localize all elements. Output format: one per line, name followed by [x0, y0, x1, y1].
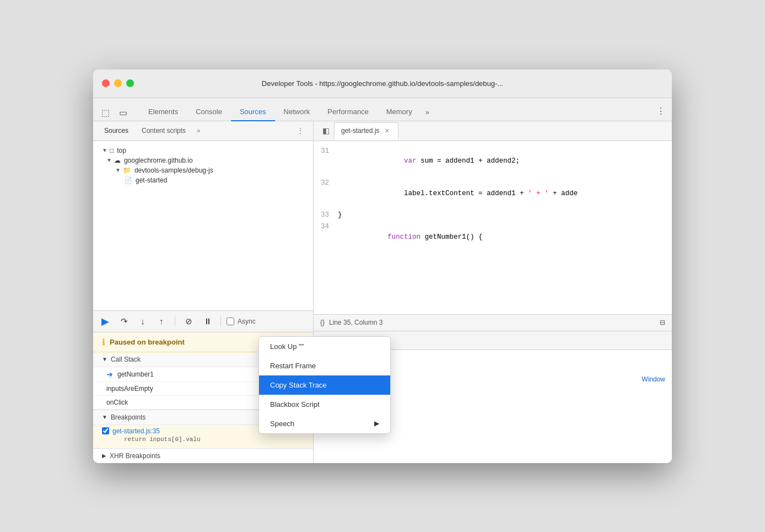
step-into-button[interactable]: ↓	[135, 314, 150, 329]
code-area: 31 var sum = addend1 + addend2; 32 label…	[314, 141, 672, 314]
async-label: Async	[238, 318, 256, 325]
subfolder-icon: 📁	[123, 166, 131, 174]
deactivate-button[interactable]: ⊘	[181, 314, 196, 329]
tree-label-file: get-started	[136, 176, 167, 184]
line-code-32[interactable]: label.textContent = addend1 + ' + ' + ad…	[338, 178, 672, 209]
code-line-34: 34 function getNumber1() {	[314, 221, 672, 253]
ctx-item-copy-stack[interactable]: Copy Stack Trace	[259, 375, 390, 395]
tree-item-top[interactable]: ▼ □ top	[93, 146, 313, 155]
device-icon[interactable]: ▭	[115, 105, 131, 121]
ctx-arrow-speech: ▶	[374, 420, 379, 427]
ctx-label-speech: Speech	[270, 420, 294, 428]
step-over-button[interactable]: ↷	[116, 314, 132, 329]
breakpoint-checkbox-0[interactable]	[102, 427, 109, 434]
tab-network[interactable]: Network	[275, 103, 319, 121]
tab-memory[interactable]: Memory	[378, 103, 421, 121]
line-num-34: 34	[314, 222, 338, 252]
ctx-item-lookup[interactable]: Look Up ""	[259, 337, 390, 356]
cloud-icon: ☁	[114, 157, 121, 164]
ctx-label-blackbox: Blackbox Script	[270, 400, 320, 409]
file-tab-bar: ◧ get-started.js ×	[314, 121, 672, 141]
status-position: Line 35, Column 3	[329, 319, 382, 326]
close-button[interactable]	[102, 79, 110, 87]
xhr-section: ▶ XHR Breakpoints	[93, 448, 313, 463]
current-frame-icon: ➜	[106, 370, 113, 379]
pause-text: Paused on breakpoint	[110, 338, 185, 346]
line-num-33: 33	[314, 210, 338, 221]
file-tab-close-button[interactable]: ×	[382, 126, 391, 135]
keyword-function: function	[387, 233, 421, 241]
tree-item-file[interactable]: 📄 get-started	[93, 175, 313, 185]
debug-separator-2	[220, 316, 221, 327]
tab-performance[interactable]: Performance	[319, 103, 377, 121]
collapse-panel-icon[interactable]: ◧	[318, 124, 334, 137]
tab-console[interactable]: Console	[187, 103, 231, 121]
status-bar: {} Line 35, Column 3 ⊟	[314, 314, 672, 331]
line-code-33[interactable]: }	[338, 210, 672, 221]
async-checkbox[interactable]	[227, 318, 234, 325]
ctx-item-speech[interactable]: Speech ▶	[259, 414, 390, 433]
tab-sources[interactable]: Sources	[231, 103, 275, 121]
ctx-label-copy-stack: Copy Stack Trace	[270, 381, 327, 389]
devtools-window: Developer Tools - https://googlechrome.g…	[93, 69, 672, 463]
global-value: Window	[642, 375, 665, 383]
code-line-32: 32 label.textContent = addend1 + ' + ' +…	[314, 178, 672, 209]
xhr-arrow: ▶	[102, 453, 106, 459]
ctx-label-lookup: Look Up ""	[270, 342, 304, 351]
ctx-item-blackbox[interactable]: Blackbox Script	[259, 395, 390, 414]
tab-elements[interactable]: Elements	[139, 103, 187, 121]
tree-item-domain[interactable]: ▼ ☁ googlechrome.github.io	[93, 155, 313, 165]
toolbar-icons: ⬚ ▭	[98, 105, 139, 121]
file-tab-get-started[interactable]: get-started.js ×	[334, 122, 398, 139]
ctx-item-restart[interactable]: Restart Frame	[259, 356, 390, 375]
file-tree: ▼ □ top ▼ ☁ googlechrome.github.io ▼ 📁 d…	[93, 141, 313, 310]
minimize-button[interactable]	[114, 79, 122, 87]
call-item-label-2: onClick	[106, 399, 128, 406]
context-menu: Look Up "" Restart Frame Copy Stack Trac…	[258, 336, 391, 434]
format-icon[interactable]: {}	[320, 319, 325, 326]
debug-separator	[175, 316, 175, 327]
inspect-icon[interactable]: ⬚	[98, 105, 113, 121]
call-item-label-0: getNumber1	[117, 370, 154, 378]
breakpoint-code-0: return inputs[0].valu	[102, 435, 304, 446]
xhr-header[interactable]: ▶ XHR Breakpoints	[93, 449, 313, 463]
tree-label-folder: devtools-samples/debug-js	[134, 166, 213, 174]
step-out-button[interactable]: ↑	[154, 314, 169, 329]
code-text: sum = addend1 + addend2;	[417, 157, 520, 165]
tree-arrow-domain: ▼	[106, 157, 112, 163]
call-stack-label: Call Stack	[111, 356, 141, 363]
async-checkbox-group: Async	[227, 318, 256, 325]
subtab-sources[interactable]: Sources	[98, 123, 135, 138]
subtab-content-scripts[interactable]: Content scripts	[135, 123, 192, 138]
breakpoints-arrow: ▼	[102, 414, 107, 420]
call-stack-arrow: ▼	[102, 356, 107, 362]
line-num-31: 31	[314, 146, 338, 177]
file-tab-name: get-started.js	[341, 127, 379, 135]
keyword-var: var	[387, 157, 417, 165]
tree-arrow-folder: ▼	[115, 167, 121, 173]
resume-button[interactable]: ▶	[98, 314, 113, 329]
code-line-31: 31 var sum = addend1 + addend2;	[314, 146, 672, 178]
code-text-32: label.textContent = addend1 + ' + ' + ad…	[387, 190, 578, 197]
file-icon: 📄	[124, 176, 132, 184]
line-code-34[interactable]: function getNumber1() {	[338, 222, 672, 252]
more-tabs-button[interactable]: »	[421, 104, 434, 121]
sources-subtab-bar: Sources Content scripts » ⋮	[93, 121, 313, 141]
titlebar: Developer Tools - https://googlechrome.g…	[93, 69, 672, 98]
subtab-more-button[interactable]: »	[192, 123, 205, 138]
breakpoint-filename-0: get-started.js:35	[112, 427, 160, 435]
maximize-button[interactable]	[126, 79, 134, 87]
line-code-31[interactable]: var sum = addend1 + addend2;	[338, 146, 672, 177]
pause-on-exception-button[interactable]: ⏸	[200, 314, 215, 329]
tree-item-folder[interactable]: ▼ 📁 devtools-samples/debug-js	[93, 165, 313, 175]
subtab-menu-dots[interactable]: ⋮	[292, 123, 309, 138]
call-item-label-1: inputsAreEmpty	[106, 385, 153, 393]
pause-info-icon: ℹ	[102, 337, 105, 347]
tree-label-domain: googlechrome.github.io	[124, 157, 193, 164]
devtools-tab-bar: ⬚ ▭ Elements Console Sources Network Per…	[93, 98, 672, 121]
expand-icon[interactable]: ⊟	[660, 319, 665, 326]
code-text-34: getNumber1() {	[421, 233, 483, 241]
ctx-label-restart: Restart Frame	[270, 362, 316, 370]
folder-icon: □	[110, 147, 114, 154]
devtools-menu-button[interactable]: ⋮	[650, 101, 672, 121]
